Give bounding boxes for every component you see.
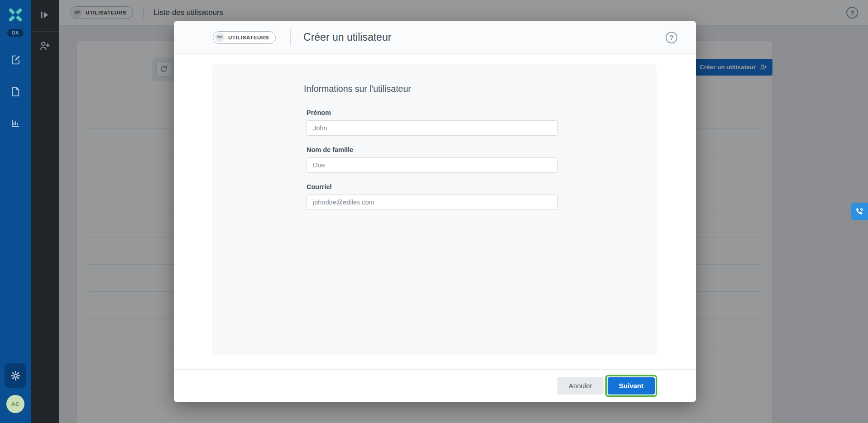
- modal-form-panel: Informations sur l'utilisateur Prénom No…: [212, 64, 657, 355]
- email-label: Courriel: [307, 183, 558, 190]
- users-group-icon: [215, 33, 225, 42]
- modal-header-divider: [290, 29, 291, 46]
- first-name-input[interactable]: [307, 120, 558, 136]
- field-last-name: Nom de famille: [307, 146, 558, 173]
- add-user-nav-icon[interactable]: [39, 40, 51, 52]
- next-button[interactable]: Suivant: [608, 377, 655, 394]
- annotation-highlight: Suivant: [605, 375, 657, 397]
- modal-title: Créer un utilisateur: [303, 31, 391, 43]
- modal-module-badge: UTILISATEURS: [213, 31, 276, 44]
- create-user-modal: UTILISATEURS Créer un utilisateur ? Info…: [174, 21, 696, 402]
- contract-edit-icon: [10, 54, 21, 66]
- last-name-input[interactable]: [307, 157, 558, 173]
- app-screen: UTILISATEURS Liste des utilisateurs ? Cr…: [0, 0, 868, 423]
- secondary-sidebar: [31, 0, 59, 423]
- phone-support-tab[interactable]: [851, 203, 868, 220]
- expand-sidebar-icon[interactable]: [39, 9, 51, 21]
- email-input[interactable]: [307, 195, 558, 210]
- sidebar-item-settings[interactable]: [5, 363, 26, 388]
- primary-sidebar: QA: [0, 0, 31, 423]
- field-email: Courriel: [307, 183, 558, 210]
- modal-footer: Annuler Suivant: [174, 369, 696, 402]
- user-info-form: Informations sur l'utilisateur Prénom No…: [304, 84, 558, 220]
- phone-volume-icon: [854, 207, 864, 217]
- form-section-title: Informations sur l'utilisateur: [304, 84, 558, 94]
- document-icon: [10, 86, 21, 97]
- gear-icon: [10, 371, 21, 381]
- edilex-logo-icon: [6, 5, 25, 24]
- chart-icon: [10, 118, 21, 129]
- last-name-label: Nom de famille: [307, 146, 558, 153]
- first-name-label: Prénom: [307, 109, 558, 116]
- sidebar-item-contracts[interactable]: [6, 51, 24, 69]
- environment-badge: QA: [7, 29, 24, 37]
- sidebar-item-documents[interactable]: [6, 82, 24, 100]
- modal-badge-label: UTILISATEURS: [228, 35, 269, 40]
- sidebar-item-reports[interactable]: [6, 114, 24, 132]
- modal-header: UTILISATEURS Créer un utilisateur ?: [174, 21, 696, 54]
- user-avatar[interactable]: AC: [6, 395, 24, 413]
- field-first-name: Prénom: [307, 109, 558, 136]
- cancel-button[interactable]: Annuler: [557, 377, 604, 394]
- modal-help-icon[interactable]: ?: [666, 32, 677, 43]
